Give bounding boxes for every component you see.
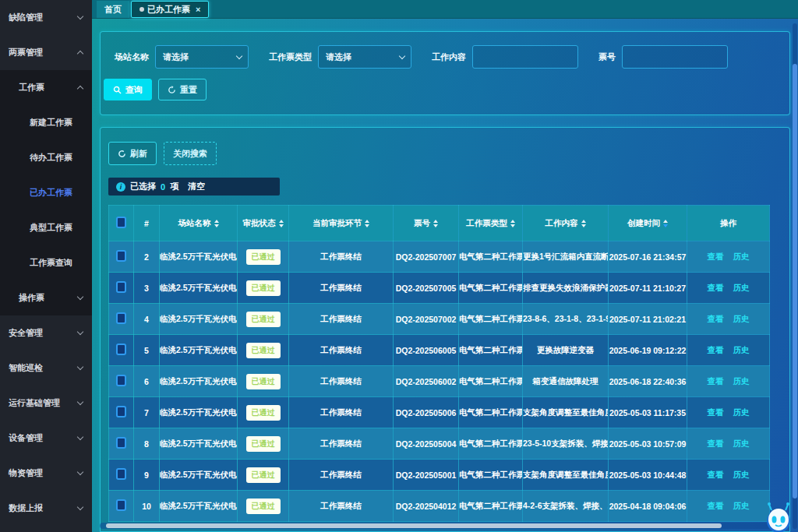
tab-label: 已办工作票: [147, 4, 190, 16]
sort-icon[interactable]: [214, 220, 219, 227]
text-input[interactable]: [472, 45, 578, 69]
view-link[interactable]: 查看: [708, 470, 724, 479]
sidebar-item-14[interactable]: 数据上报: [0, 491, 92, 526]
sidebar-item-13[interactable]: 物资管理: [0, 456, 92, 491]
row-checkbox[interactable]: [116, 344, 126, 355]
sidebar-item-0[interactable]: 缺陷管理: [0, 0, 92, 35]
sort-icon[interactable]: [279, 220, 284, 227]
row-checkbox[interactable]: [116, 281, 126, 293]
view-link[interactable]: 查看: [708, 407, 724, 417]
tab-close-icon[interactable]: ×: [196, 5, 200, 14]
history-link[interactable]: 历史: [733, 376, 750, 386]
sort-icon[interactable]: [663, 220, 668, 227]
column-header-created[interactable]: 创建时间: [609, 206, 687, 241]
sidebar-item-10[interactable]: 智能巡检: [0, 351, 92, 386]
field-label: 票号: [598, 51, 616, 63]
cell-created: 2025-06-18 22:40:36: [609, 377, 687, 386]
status-badge: 已通过: [246, 405, 281, 421]
row-checkbox[interactable]: [116, 250, 126, 262]
sort-icon[interactable]: [433, 220, 438, 227]
cell-num: 2: [144, 252, 149, 262]
history-link[interactable]: 历史: [733, 407, 750, 417]
status-badge: 已通过: [246, 312, 281, 327]
table-row: 7临洮2.5万千瓦光伏电..已通过工作票终结DQ2-202505006电气第二种…: [109, 397, 770, 428]
vertical-scrollbar[interactable]: [793, 23, 797, 529]
row-checkbox[interactable]: [116, 499, 126, 511]
chevron-down-icon: [77, 13, 83, 19]
view-link[interactable]: 查看: [708, 439, 724, 448]
history-link[interactable]: 历史: [733, 314, 750, 323]
cell-station: 临洮2.5万千瓦光伏电..: [160, 439, 238, 448]
column-header-station[interactable]: 场站名称: [160, 206, 238, 241]
tab-0[interactable]: 首页: [97, 1, 129, 18]
sidebar-item-12[interactable]: 设备管理: [0, 421, 92, 456]
select-dropdown[interactable]: 请选择: [318, 45, 411, 69]
view-link[interactable]: 查看: [708, 501, 724, 510]
sidebar-item-label: 已办工作票: [30, 187, 72, 199]
cell-content: 支架角度调整至最佳角度: [523, 407, 609, 417]
cell-created: 2025-07-16 21:34:57: [609, 252, 687, 262]
sidebar-item-4[interactable]: 待办工作票: [0, 140, 92, 175]
view-link[interactable]: 查看: [708, 252, 724, 261]
history-link[interactable]: 历史: [733, 439, 750, 448]
row-checkbox[interactable]: [116, 468, 126, 480]
sidebar-item-7[interactable]: 工作票查询: [0, 245, 92, 280]
sidebar-item-1[interactable]: 两票管理: [0, 35, 92, 70]
search-field-1: 工作票类型请选择: [269, 45, 411, 69]
history-link[interactable]: 历史: [733, 252, 750, 261]
app-window: 缺陷管理两票管理工作票新建工作票待办工作票已办工作票典型工作票工作票查询操作票安…: [0, 0, 798, 532]
sort-icon[interactable]: [510, 220, 515, 227]
chevron-down-icon: [399, 53, 405, 59]
select-dropdown[interactable]: 请选择: [155, 45, 249, 69]
row-checkbox[interactable]: [116, 406, 126, 417]
clear-selection-link[interactable]: 清空: [188, 181, 205, 192]
text-input[interactable]: [622, 45, 728, 69]
history-link[interactable]: 历史: [733, 345, 750, 354]
column-header-ticket[interactable]: 票号: [394, 206, 459, 241]
column-header-status[interactable]: 审批状态: [238, 206, 289, 241]
history-link[interactable]: 历史: [733, 501, 750, 510]
cell-type: 电气第二种工作票: [459, 283, 523, 292]
sidebar-item-2[interactable]: 工作票: [0, 70, 92, 105]
tab-1[interactable]: 已办工作票×: [131, 1, 209, 18]
column-header-select: [109, 206, 134, 241]
row-checkbox[interactable]: [116, 375, 126, 386]
cell-station: 临洮2.5万千瓦光伏电..: [160, 376, 238, 386]
horizontal-scrollbar[interactable]: [100, 523, 787, 529]
cell-type: 电气第二种工作票: [459, 470, 523, 479]
view-link[interactable]: 查看: [708, 283, 724, 292]
row-checkbox[interactable]: [116, 437, 126, 449]
search-panel: 场站名称请选择工作票类型请选择工作内容票号 查询 重置: [100, 31, 790, 115]
sidebar-item-label: 设备管理: [9, 432, 43, 444]
assistant-robot-button[interactable]: [762, 501, 795, 532]
column-header-content[interactable]: 工作内容: [523, 206, 609, 241]
column-header-type[interactable]: 工作票类型: [459, 206, 523, 241]
sidebar-item-9[interactable]: 安全管理: [0, 315, 92, 351]
query-button[interactable]: 查询: [104, 79, 152, 100]
sort-icon[interactable]: [581, 220, 586, 227]
sort-icon[interactable]: [365, 220, 369, 227]
horizontal-scrollbar-thumb[interactable]: [106, 523, 722, 528]
table-toolbar: 刷新 关闭搜索: [108, 142, 782, 165]
vertical-scrollbar-thumb[interactable]: [793, 64, 797, 499]
reset-button-label: 重置: [180, 84, 197, 96]
close-search-button[interactable]: 关闭搜索: [164, 142, 217, 165]
sidebar-item-5[interactable]: 已办工作票: [0, 175, 92, 210]
cell-created: 2025-05-03 10:57:09: [609, 439, 687, 449]
sidebar-item-3[interactable]: 新建工作票: [0, 105, 92, 140]
sidebar-item-11[interactable]: 运行基础管理: [0, 386, 92, 421]
view-link[interactable]: 查看: [708, 345, 724, 354]
view-link[interactable]: 查看: [708, 314, 724, 323]
reset-button[interactable]: 重置: [158, 79, 207, 100]
history-link[interactable]: 历史: [733, 470, 750, 479]
sidebar-item-6[interactable]: 典型工作票: [0, 210, 92, 245]
cell-content: 23-8-6、23-1-8、23-1-9...: [523, 314, 609, 323]
history-link[interactable]: 历史: [733, 283, 750, 292]
row-checkbox[interactable]: [116, 312, 126, 324]
column-header-step[interactable]: 当前审批环节: [289, 206, 394, 241]
selection-prefix: 已选择: [130, 181, 156, 192]
refresh-button[interactable]: 刷新: [108, 142, 157, 165]
sidebar-item-8[interactable]: 操作票: [0, 280, 92, 315]
select-all-checkbox[interactable]: [116, 217, 126, 228]
view-link[interactable]: 查看: [708, 376, 724, 386]
